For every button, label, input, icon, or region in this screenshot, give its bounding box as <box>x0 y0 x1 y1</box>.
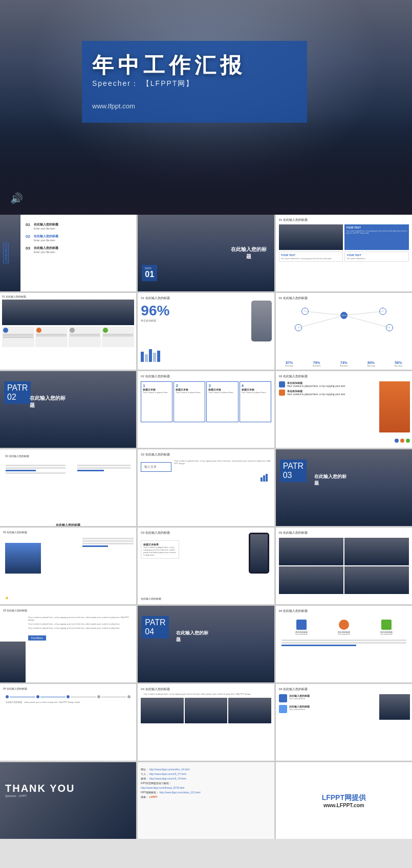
slide-thumbnail-20[interactable]: 04 在此输入您的标题 Your content is placed here,… <box>138 684 274 761</box>
four-columns: 1 标题文本效 Your content is placed here 2 标题… <box>141 381 271 422</box>
icon-text: Your content here <box>324 633 364 635</box>
svg-line-3 <box>344 315 389 328</box>
slide-thumbnail-13[interactable]: 03 在此输入您的标题 👍 <box>0 528 136 604</box>
slide-thumbnail-8[interactable]: 02 在此输入您的标题 1 标题文本效 Your content is plac… <box>138 371 274 448</box>
slide-thumbnail-17[interactable]: PATR 04 在此输入您的标题 <box>138 606 274 682</box>
patr-text: PATR <box>145 618 165 627</box>
network-lines <box>279 303 409 344</box>
slide-thumbnail-11[interactable]: 02 在此输入您的标题 输入文本 Your content is placed … <box>138 449 274 526</box>
prog-text: 在此输入您的标题。select paste your content to pl… <box>6 701 131 703</box>
slide-thumbnail-1[interactable]: CONTENT 01 在此输入您的标题 Enter your file item… <box>0 215 136 291</box>
slide-center-title: 在此输入您的标题 <box>176 630 208 643</box>
column-box <box>2 327 34 347</box>
slide-label: 01 在此输入您的标题 <box>141 296 271 301</box>
text-line <box>6 470 36 471</box>
slide-thumbnail-2[interactable]: PATR 01 在此输入您的标题 <box>138 215 274 291</box>
slide-thumbnail-9[interactable]: 02 在此输入您的标题 单击添加标题 Your content is place… <box>276 371 412 448</box>
prog-dot <box>97 695 100 698</box>
slide-label: 04 在此输入您的标题 <box>279 687 409 692</box>
grid-cell <box>279 538 343 565</box>
right-text <box>82 538 134 548</box>
text-line <box>3 337 33 338</box>
prog-dot <box>127 695 131 698</box>
icon-shape <box>381 620 392 630</box>
col-text: Your content is placed here <box>176 391 203 394</box>
link-url: http://www.lfppt.com/sothin_14.html <box>149 768 190 771</box>
bar <box>141 352 144 362</box>
icon-item: 单击添加标题 Your content here <box>281 620 321 635</box>
col-text: Your content is placed here <box>242 391 269 394</box>
slide-label: 01 在此输入您的标题 <box>279 296 409 301</box>
find-more-button[interactable]: Find More <box>28 635 46 641</box>
link-label: 搜索： <box>141 795 148 798</box>
item-sub: Enter your file item <box>34 250 58 254</box>
text-lines <box>36 334 67 336</box>
slide-thumbnail-6[interactable]: 01 在此输入您的标题 Text T T T T 87% Test Item 7… <box>276 293 412 370</box>
prog-dot <box>67 695 70 698</box>
stat-label: Test Item <box>312 364 320 367</box>
slide-thumbnail-22[interactable]: THANK YOU Speecher：LFPPT <box>0 762 136 839</box>
slide-center-title: 在此输入您的标题 <box>314 473 346 487</box>
slide-label: 04 在此输入您的标题 <box>141 687 271 692</box>
hero-title: 年中工作汇报 <box>92 51 246 80</box>
slide-thumbnail-7[interactable]: PATR 02 在此输入您的标题 <box>0 371 136 448</box>
slide-thumbnail-3[interactable]: 01 在此输入您的标题 YOUR TEXT Your content is pl… <box>276 215 412 291</box>
item-sub: Enter your file item <box>34 239 58 242</box>
grid-cell <box>279 566 343 594</box>
icon-content: 单击添加标题 Your content here 单击添加标题 Your con… <box>279 614 409 650</box>
text-line <box>77 465 131 466</box>
stat-item: 80% Test Item <box>367 361 375 367</box>
col-text: Your content is placed here <box>143 391 170 394</box>
slide-thumbnail-5[interactable]: 01 在此输入您的标题 96% 单击添加标题 <box>138 293 274 370</box>
text-content: Your content is placed here, or by copyi… <box>346 230 407 234</box>
slide-thumbnail-23[interactable]: 网址： http://www.lfppt.com/sothin_14.html … <box>138 762 274 839</box>
column-box <box>102 327 134 347</box>
icon-area <box>36 328 41 333</box>
link-url: http://www.lfppt.com/c/6_79.html <box>149 777 186 780</box>
text-blocks: Your content is placed here, or by copyi… <box>28 616 134 641</box>
slide-label: 02 在此输入您的标题 <box>279 374 409 379</box>
bar <box>157 351 160 362</box>
item-number: 01 <box>26 222 32 227</box>
slide-thumbnail-19[interactable]: 04 在此输入您的标题 在此输入您的标题。select paste your c… <box>0 684 136 761</box>
item-text: Your content here. <box>289 697 310 700</box>
text-line <box>82 545 108 547</box>
patr-box: PATR 03 <box>280 460 307 482</box>
text-lines <box>70 334 100 336</box>
item-title: 在此输入您的标题 <box>34 222 58 227</box>
hero-slide: 年中工作汇报 Speecher： 【LFPPT网】 www.lfppt.com … <box>0 0 412 215</box>
grid-cell <box>344 566 409 594</box>
slide-thumbnail-12[interactable]: PATR 03 在此输入您的标题 <box>276 449 412 526</box>
icon-shape <box>339 620 349 630</box>
prog-line <box>10 697 35 697</box>
stat-percent: 58% <box>394 361 402 364</box>
item-text: Your content here. <box>289 708 310 711</box>
slide-thumbnail-21[interactable]: 04 在此输入您的标题 在此输入您的标题 Your content here. … <box>276 684 412 761</box>
link-label: PPT茶芸网题及练习教程： <box>141 782 171 785</box>
slide-thumbnail-24[interactable]: LFPPT网提供 www.LFPPT.com <box>276 762 412 839</box>
thank-you-speaker: Speecher：LFPPT <box>5 794 75 797</box>
bar <box>153 353 156 362</box>
hero-subtitle: Speecher： 【LFPPT网】 <box>92 79 194 88</box>
slide-thumbnail-18[interactable]: 04 在此输入您的标题 单击添加标题 Your content here 单击添… <box>276 606 412 682</box>
social-icon <box>406 439 410 443</box>
slide-thumbnail-14[interactable]: 03 在此输入您的标题 标题文本效果 Your content is playe… <box>138 528 274 604</box>
slide-label: 01 在此输入您的标题 <box>279 218 409 222</box>
diagonal-layout: 在此输入您的标题 <box>3 460 133 526</box>
prog-dot <box>6 695 9 698</box>
slide-thumbnail-16[interactable]: 03 在此输入您的标题 Your content is placed here,… <box>0 606 136 682</box>
brand-text: LFPPT网提供 <box>322 793 366 803</box>
text-lines <box>3 334 33 338</box>
icon-area <box>70 328 75 333</box>
content-text: Your content is played here, or by copyi… <box>143 546 177 556</box>
list-item: 03 在此输入您的标题 Enter your file item <box>26 246 134 254</box>
slide-thumbnail-4[interactable]: 01 在此输入您的标题 <box>0 293 136 370</box>
link-label: 网址： <box>141 768 148 771</box>
input-field: 输入文本 <box>141 462 171 472</box>
slide-thumbnail-15[interactable]: 03 在此输入您的标题 <box>276 528 412 604</box>
slide-label: 02 在此输入您的标题 <box>3 452 133 460</box>
grid-cell <box>344 538 409 565</box>
link-list: 网址： http://www.lfppt.com/sothin_14.html … <box>141 768 271 798</box>
slide-thumbnail-10[interactable]: 02 在此输入您的标题 在此输入您的标题 <box>0 449 136 526</box>
stat-item: 87% Test Item <box>285 361 293 367</box>
